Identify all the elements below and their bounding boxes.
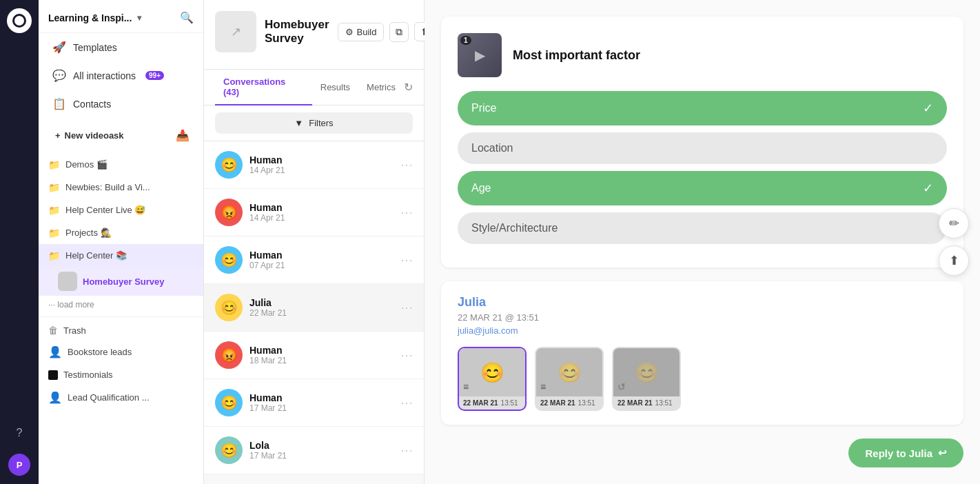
transcript-icon: ≡ [540, 381, 546, 392]
section-divider [39, 316, 203, 317]
filter-icon: ▼ [294, 118, 303, 128]
face-icon: 😊 [635, 361, 659, 384]
folder-icon: 📁 [48, 159, 60, 170]
conversation-item-lola[interactable]: 😊 Lola 17 Mar 21 ⋯ [204, 427, 424, 474]
survey-header: ↗ Homebuyer Survey ⚙ Build ⧉ ⬆ ☁ [204, 0, 424, 70]
conversation-item-julia[interactable]: 😊 Julia 22 Mar 21 ⋯ [204, 284, 424, 332]
sidebar-item-bookstore-leads[interactable]: 👤 Bookstore leads ⋯ [39, 341, 203, 363]
folder-icon: 📁 [48, 182, 60, 193]
respondent-email: julia@julia.com [458, 325, 947, 336]
new-videoask-button[interactable]: + New videoask [50, 126, 130, 145]
folder-name: Help Center 📚 [65, 250, 177, 261]
conv-more-icon[interactable]: ⋯ [400, 205, 413, 220]
templates-label: Templates [73, 42, 117, 53]
folder-help-center-live[interactable]: 📁 Help Center Live 😅 ⋯ [39, 199, 203, 221]
conv-avatar: 😡 [215, 199, 243, 226]
contacts-label: Contacts [73, 99, 111, 110]
video-response-1[interactable]: 😊 ≡ 22 MAR 21 13:51 [458, 347, 527, 411]
main-area: ↗ Homebuyer Survey ⚙ Build ⧉ ⬆ ☁ Convers… [204, 0, 980, 484]
filters-button[interactable]: ▼ Filters [215, 112, 413, 134]
conv-more-icon[interactable]: ⋯ [400, 157, 413, 172]
help-icon[interactable]: ? [7, 421, 32, 445]
conv-name: Julia [249, 297, 394, 308]
folder-help-center[interactable]: 📁 Help Center 📚 ⋯ [39, 244, 203, 267]
folder-demos[interactable]: 📁 Demos 🎬 ⋯ [39, 153, 203, 176]
thumb-time: 13:51 [578, 399, 595, 407]
survey-item-homebuyer[interactable]: Homebuyer Survey ⋯ [39, 267, 203, 296]
conversation-item[interactable]: 😡 Human 18 Mar 21 ⋯ [204, 332, 424, 379]
tab-conversations[interactable]: Conversations (43) [215, 70, 312, 105]
conv-more-icon[interactable]: ⋯ [400, 443, 413, 458]
thumb-time-row: 22 MAR 21 13:51 [459, 396, 525, 410]
import-button[interactable]: 📥 [173, 126, 192, 145]
transcript-icon: ≡ [463, 381, 469, 392]
sidebar-item-templates[interactable]: 🚀 Templates [43, 34, 199, 61]
detail-scroll: ▶ 1 Most important factor Price ✓ Locati… [425, 0, 980, 484]
tab-metrics[interactable]: Metrics [358, 75, 404, 101]
video-response-3[interactable]: 😊 ↺ 22 MAR 21 13:51 [612, 347, 681, 411]
duplicate-button[interactable]: ⧉ [389, 22, 409, 42]
reply-button[interactable]: Reply to Julia ↩ [848, 438, 963, 467]
check-icon: ✓ [923, 101, 933, 116]
sidebar-item-all-interactions[interactable]: 💬 All interactions 99+ [43, 62, 199, 89]
conversation-item[interactable]: 😊 Human 17 Mar 21 ⋯ [204, 379, 424, 427]
templates-icon: 🚀 [52, 41, 66, 54]
folder-name: Projects 🕵 [65, 228, 177, 238]
conversation-item[interactable]: 😡 Human 14 Apr 21 ⋯ [204, 189, 424, 236]
lead-icon: 👤 [48, 391, 62, 404]
testimonials-icon [48, 370, 58, 380]
conv-date: 18 Mar 21 [249, 356, 394, 365]
folder-icon: 📁 [48, 205, 60, 216]
respondent-date: 22 MAR 21 @ 13:51 [458, 312, 947, 323]
conv-info: Human 17 Mar 21 [249, 392, 394, 413]
app-logo[interactable] [7, 8, 32, 33]
new-plus-icon: + [55, 130, 61, 141]
folder-newbies[interactable]: 📁 Newbies: Build a Vi... ⋯ [39, 176, 203, 199]
conv-info: Lola 17 Mar 21 [249, 440, 394, 461]
survey-thumb-small [58, 272, 77, 291]
conv-avatar: 😊 [215, 389, 243, 416]
conv-more-icon[interactable]: ⋯ [400, 347, 413, 363]
nav-panel: Learning & Inspi... ▾ 🔍 🚀 Templates 💬 Al… [39, 0, 204, 484]
conv-avatar: 😊 [215, 246, 243, 274]
answer-option-style[interactable]: Style/Architecture [458, 212, 947, 244]
answer-option-location[interactable]: Location [458, 132, 947, 164]
thumb-date: 22 MAR 21 [617, 399, 653, 407]
face-icon: 😊 [558, 361, 582, 384]
share-float-button[interactable]: ⬆ [939, 245, 969, 276]
sidebar-item-testimonials[interactable]: Testimonials ⋯ [39, 363, 203, 386]
user-avatar[interactable]: P [8, 454, 30, 476]
conversation-item[interactable]: 😊 Human 14 Apr 21 ⋯ [204, 141, 424, 189]
build-button[interactable]: ⚙ Build [338, 23, 385, 41]
conv-avatar: 😡 [215, 341, 243, 369]
trash-icon: 🗑 [48, 325, 58, 336]
workspace-selector[interactable]: Learning & Inspi... ▾ [48, 12, 141, 23]
sidebar-item-trash[interactable]: 🗑 Trash [39, 320, 203, 341]
workspace-name: Learning & Inspi... [48, 12, 132, 23]
edit-float-button[interactable]: ✏ [939, 208, 969, 239]
tab-results[interactable]: Results [312, 75, 358, 101]
conv-more-icon[interactable]: ⋯ [400, 395, 413, 410]
video-number-badge: 1 [460, 36, 471, 45]
workspace-chevron-icon: ▾ [137, 13, 141, 23]
search-icon[interactable]: 🔍 [180, 11, 194, 24]
conv-name: Human [249, 250, 394, 261]
folder-name: Newbies: Build a Vi... [65, 182, 177, 192]
conv-avatar: 😊 [215, 436, 243, 464]
conv-more-icon[interactable]: ⋯ [400, 252, 413, 268]
bookstore-label: Bookstore leads [68, 347, 177, 357]
answer-option-price[interactable]: Price ✓ [458, 91, 947, 125]
thumb-time: 13:51 [655, 399, 673, 407]
sidebar-item-contacts[interactable]: 📋 Contacts [43, 90, 199, 117]
video-response-2[interactable]: 😊 ≡ 22 MAR 21 13:51 [535, 347, 604, 411]
sidebar-item-lead-qualification[interactable]: 👤 Lead Qualification ... ⋯ [39, 386, 203, 409]
conversation-item[interactable]: 😊 Human 07 Apr 21 ⋯ [204, 236, 424, 284]
question-video-thumbnail[interactable]: ▶ 1 [458, 33, 502, 77]
conv-more-icon[interactable]: ⋯ [400, 300, 413, 315]
folder-projects[interactable]: 📁 Projects 🕵 ⋯ [39, 221, 203, 244]
trash-label: Trash [63, 325, 194, 336]
load-more-button[interactable]: ··· load more [39, 296, 203, 314]
conversations-panel: ↗ Homebuyer Survey ⚙ Build ⧉ ⬆ ☁ Convers… [204, 0, 425, 484]
refresh-icon[interactable]: ↻ [404, 81, 413, 94]
answer-option-age[interactable]: Age ✓ [458, 171, 947, 205]
